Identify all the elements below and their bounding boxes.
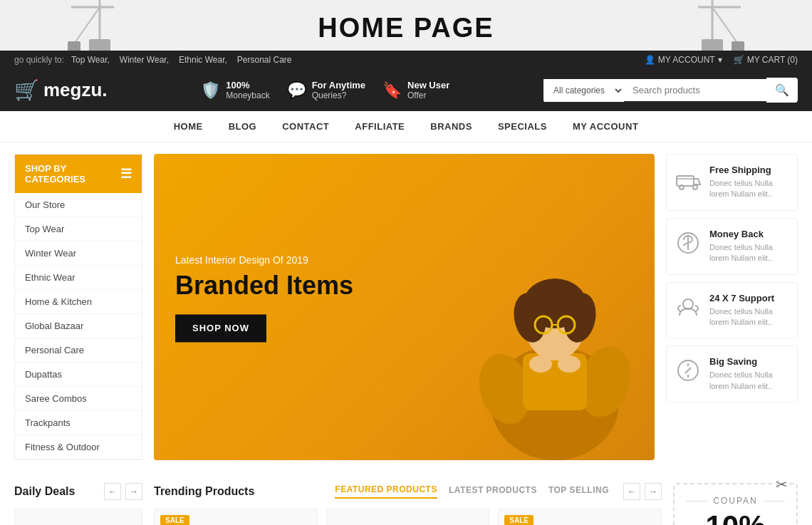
sidebar-item: Our Store (15, 193, 142, 217)
nav-affiliate[interactable]: AFFILIATE (342, 111, 417, 142)
chair-illustration (43, 516, 114, 525)
moneyback-card-title: Money Back (709, 229, 788, 239)
sidebar-link-dupattas[interactable]: Dupattas (15, 363, 142, 387)
svg-rect-7 (702, 39, 723, 51)
nav-home[interactable]: HOME (161, 111, 216, 142)
header-features: 🛡️ 100% Moneyback 💬 For Anytime Queries?… (201, 80, 449, 100)
bigsaving-icon (675, 358, 701, 388)
freeshipping-text: Free Shipping Donec tellus Nulla lorem N… (709, 165, 788, 200)
nav-specials[interactable]: SPECIALS (485, 111, 560, 142)
newuser-text: New User Offer (407, 80, 449, 100)
moneyback-bold: 100% (226, 80, 269, 90)
search-bar: All categories 🔍 (543, 78, 798, 103)
feature-queries: 💬 For Anytime Queries? (287, 80, 365, 100)
sidebar-link-trackpants[interactable]: Trackpants (15, 411, 142, 435)
nav-myaccount[interactable]: MY ACCOUNT (560, 111, 651, 142)
shop-now-button[interactable]: SHOP NOW (175, 314, 266, 342)
nav-brands[interactable]: BRANDS (417, 111, 485, 142)
trending-controls: FEATURED PRODUCTS LATEST PRODUCTS TOP SE… (335, 483, 662, 500)
coupon-divider: COUPAN (686, 496, 785, 506)
daily-deals: Daily Deals ← → (14, 483, 142, 525)
scissors-icon: ✂ (776, 476, 788, 493)
svg-point-26 (693, 185, 697, 189)
topbar-link-topwear[interactable]: Top Wear, (71, 55, 110, 65)
daily-deals-arrows: ← → (104, 483, 142, 500)
sidebar-item: Ethnic Wear (15, 266, 142, 290)
sidebar-link-homekitchen[interactable]: Home & Kitchen (15, 290, 142, 314)
support-title: 24 X 7 Support (709, 293, 788, 303)
svg-rect-2 (89, 39, 110, 51)
product-card-2 (326, 509, 490, 525)
search-input[interactable] (624, 79, 766, 101)
logo-text: megzu. (43, 79, 108, 101)
trending-header: Trending Products FEATURED PRODUCTS LATE… (154, 483, 662, 500)
tab-topselling[interactable]: TOP SELLING (548, 485, 609, 498)
sidebar-menu-icon[interactable]: ☰ (120, 166, 132, 182)
my-account-link[interactable]: 👤 MY ACCOUNT ▾ (645, 55, 722, 65)
nav-contact[interactable]: CONTACT (269, 111, 342, 142)
svg-rect-4 (68, 41, 80, 51)
main-nav: HOME BLOG CONTACT AFFILIATE BRANDS SPECI… (0, 111, 812, 142)
sidebar-link-fitnessoutdoor[interactable]: Fitness & Outdoor (15, 435, 142, 459)
daily-deals-next[interactable]: → (125, 483, 142, 500)
daily-deals-prev[interactable]: ← (104, 483, 121, 500)
banner-content: Latest Interior Design Of 2019 Branded I… (175, 254, 353, 342)
moneyback-card-icon (675, 230, 701, 261)
sidebar-link-sareecombos[interactable]: Saree Combos (15, 387, 142, 411)
sidebar-item: Personal Care (15, 338, 142, 363)
trending-prev[interactable]: ← (623, 483, 640, 500)
product-card-1: SALE (154, 509, 318, 525)
topbar-link-ethnicwear[interactable]: Ethnic Wear, (179, 55, 227, 65)
sidebar-link-globalbazaar[interactable]: Global Bazaar (15, 314, 142, 338)
sidebar-item: Top Wear (15, 217, 142, 241)
bigsaving-title: Big Saving (709, 356, 788, 367)
sidebar: SHOP BY CATEGORIES ☰ Our Store Top Wear … (14, 154, 142, 460)
feature-card-bigsaving: Big Saving Donec tellus Nulla lorem Null… (666, 345, 798, 402)
moneyback-icon: 🛡️ (201, 81, 220, 100)
newuser-icon: 🔖 (382, 81, 402, 100)
logo[interactable]: 🛒 megzu. (14, 78, 108, 102)
sidebar-link-topwear[interactable]: Top Wear (15, 217, 142, 241)
svg-point-30 (683, 299, 693, 309)
sidebar-item: Home & Kitchen (15, 290, 142, 314)
feature-moneyback: 🛡️ 100% Moneyback (201, 80, 269, 100)
sidebar-link-ethnicwear[interactable]: Ethnic Wear (15, 266, 142, 290)
trending-next[interactable]: → (645, 483, 662, 500)
topbar-right: 👤 MY ACCOUNT ▾ 🛒 MY CART (0) (645, 55, 798, 65)
nav-blog[interactable]: BLOG (216, 111, 270, 142)
svg-point-23 (558, 355, 581, 373)
bigsaving-card-text: Big Saving Donec tellus Nulla lorem Null… (709, 356, 788, 392)
search-button[interactable]: 🔍 (766, 78, 798, 103)
hero-title-area: HOME PAGE (0, 0, 812, 51)
feature-card-support: 24 X 7 Support Donec tellus Nulla lorem … (666, 282, 798, 339)
freeshipping-icon (675, 166, 701, 197)
coupon-card: ✂ COUPAN 10% OFF COUPON CODE: "BIGSALE10… (673, 483, 798, 525)
model-svg (427, 232, 655, 460)
tab-featured[interactable]: FEATURED PRODUCTS (335, 484, 437, 499)
site-header: 🛒 megzu. 🛡️ 100% Moneyback 💬 For Anytime… (0, 69, 812, 111)
topbar-link-winterwear[interactable]: Winter Wear, (120, 55, 169, 65)
trending-arrows: ← → (623, 483, 662, 500)
sidebar-item: Saree Combos (15, 387, 142, 411)
sidebar-link-winterwear[interactable]: Winter Wear (15, 241, 142, 266)
freeshipping-desc: Donec tellus Nulla lorem Nullam elit.. (709, 178, 788, 200)
moneyback-text: 100% Moneyback (226, 80, 269, 100)
queries-icon: 💬 (287, 81, 306, 100)
trending-title: Trending Products (154, 485, 254, 498)
sidebar-link-personalcare[interactable]: Personal Care (15, 338, 142, 363)
daily-deal-product (14, 509, 142, 525)
sidebar-link-ourstore[interactable]: Our Store (15, 193, 142, 217)
topbar-link-personalcare[interactable]: Personal Care (237, 55, 292, 65)
svg-rect-9 (732, 41, 744, 51)
sidebar-title: SHOP BY CATEGORIES (25, 163, 120, 184)
topbar-left: go quickly to: Top Wear, Winter Wear, Et… (14, 55, 295, 65)
my-cart-link[interactable]: 🛒 MY CART (0) (734, 55, 798, 65)
trending-tabs: FEATURED PRODUCTS LATEST PRODUCTS TOP SE… (335, 484, 609, 499)
banner-subtitle: Latest Interior Design Of 2019 (175, 254, 353, 266)
search-category-select[interactable]: All categories (543, 79, 624, 102)
queries-text: For Anytime Queries? (312, 80, 365, 100)
product-card-3: SALE (498, 509, 662, 525)
tab-latest[interactable]: LATEST PRODUCTS (449, 485, 537, 498)
support-desc: Donec tellus Nulla lorem Nullam elit.. (709, 306, 788, 328)
coupon-line-right (764, 501, 785, 501)
